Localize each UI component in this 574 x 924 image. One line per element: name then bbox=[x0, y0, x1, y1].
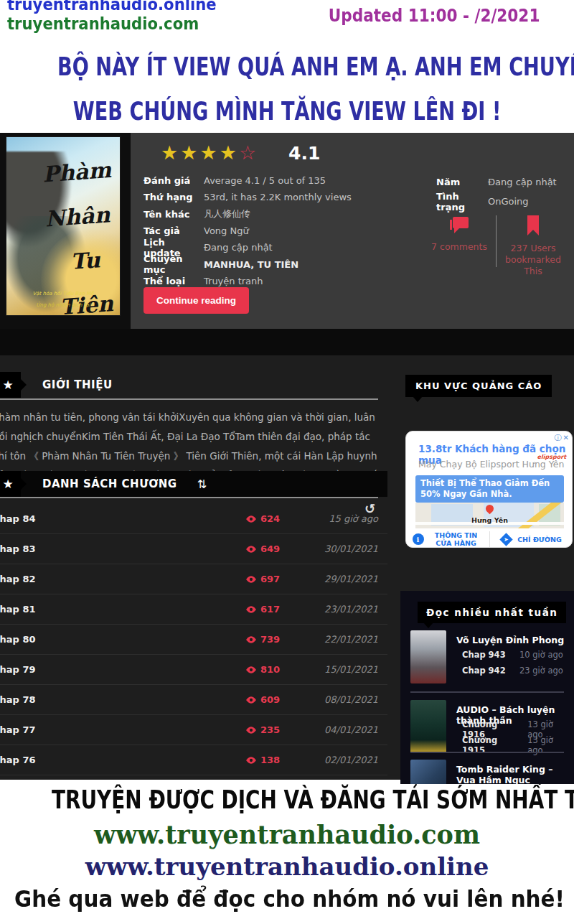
chapter-row[interactable]: Chap 77 235 04/01/2021 bbox=[0, 715, 387, 745]
site-logo-com[interactable]: truyentranhaudio.com bbox=[7, 14, 217, 34]
comic-cover[interactable]: Phàm Nhân Tu Tiên Vật hóa hồi Tiểu Bao M… bbox=[6, 136, 121, 316]
ad-brand-logo: elipsport bbox=[537, 454, 566, 460]
store-info-button[interactable]: i THÔNG TIN CỬA HÀNG bbox=[406, 531, 489, 547]
chapter-row[interactable]: Chap 79 810 15/01/2021 bbox=[0, 655, 387, 685]
chapter-name[interactable]: Chap 81 bbox=[0, 604, 36, 615]
detail-label: Chuyên mục bbox=[144, 253, 204, 275]
chapter-date: 02/01/2021 bbox=[303, 755, 387, 765]
star-icon-full: ★ bbox=[161, 141, 180, 164]
weekly-title: Đọc nhiều nhất tuần bbox=[418, 602, 566, 623]
weekly-chapter-link[interactable]: Chap 942 bbox=[462, 666, 514, 676]
directions-button[interactable]: ➤ CHỈ ĐƯỜNG bbox=[490, 535, 573, 544]
weekly-panel: Đọc nhiều nhất tuần Võ Luyện Đỉnh Phong … bbox=[400, 591, 574, 784]
chapter-date: 08/01/2021 bbox=[303, 694, 387, 705]
chapter-name[interactable]: Chap 82 bbox=[0, 574, 36, 584]
comic-right-details: NămĐang cập nhật Tình trạngOnGoing bbox=[436, 172, 557, 211]
star-icon: ★ bbox=[0, 372, 21, 398]
eye-icon bbox=[245, 634, 257, 645]
weekly-item-thumbnail[interactable] bbox=[410, 700, 446, 753]
bookmark-icon bbox=[526, 215, 540, 237]
weekly-item-thumbnail[interactable] bbox=[410, 760, 446, 784]
cover-note-2: Ủng hộ nhóm dịch tại bbox=[6, 302, 120, 308]
chapter-name[interactable]: Chap 78 bbox=[0, 694, 36, 705]
ad-close-icon[interactable]: ✕ bbox=[563, 434, 569, 442]
continue-reading-button[interactable]: Continue reading bbox=[144, 287, 249, 314]
chapter-row[interactable]: Chap 81 617 23/01/2021 bbox=[0, 594, 387, 625]
chapter-name[interactable]: Chap 77 bbox=[0, 724, 36, 735]
page: truyentranhaudio.online truyentranhaudio… bbox=[0, 0, 574, 924]
weekly-item: Võ Luyện Đỉnh Phong Chap 943 10 giờ ago … bbox=[400, 630, 574, 691]
chapter-row[interactable]: Chap 76 138 02/01/2021 bbox=[0, 745, 387, 775]
detail-row: NămĐang cập nhật bbox=[436, 172, 557, 192]
intro-section-header: ★ GIỚI THIỆU bbox=[0, 372, 113, 398]
detail-label: Tên khác bbox=[144, 209, 204, 220]
cover-note-1: Vật hóa hồi Tiểu Bao Mễ bbox=[6, 291, 120, 297]
detail-value-categories[interactable]: MANHUA, TU TIÊN bbox=[204, 259, 298, 270]
chapter-name[interactable]: Chap 76 bbox=[0, 755, 36, 765]
chapter-row[interactable]: Chap 83 649 30/01/2021 bbox=[0, 534, 387, 564]
ad-box: ⓘ✕ 13.8tr Khách hàng đã chọn mua Máy Chạ… bbox=[405, 431, 573, 548]
detail-value: 凡人修仙传 bbox=[204, 207, 250, 220]
comment-icon bbox=[448, 215, 470, 235]
chapter-row[interactable]: Chap 82 697 29/01/2021 bbox=[0, 564, 387, 594]
separator-bar bbox=[0, 329, 574, 355]
announcement-line1: BỘ NÀY ÍT VIEW QUÁ ANH EM Ạ. ANH EM CHUY… bbox=[57, 51, 517, 81]
footer: TRUYỆN ĐƯỢC DỊCH VÀ ĐĂNG TẢI SỚM NHẤT TR… bbox=[0, 780, 574, 924]
chapter-name[interactable]: Chap 79 bbox=[0, 664, 36, 675]
chapter-list: Chap 84 624 15 giờ ago Chap 83 649 30/01… bbox=[0, 504, 387, 775]
ad-banner-button[interactable]: Thiết Bị Thể Thao Giảm Đến 50% Ngay Gần … bbox=[415, 475, 564, 503]
ad-buttons: i THÔNG TIN CỬA HÀNG ➤ CHỈ ĐƯỜNG bbox=[406, 530, 573, 548]
chapter-date: 04/01/2021 bbox=[303, 724, 387, 735]
detail-value: OnGoing bbox=[488, 196, 529, 207]
detail-value: Vong Ngữ bbox=[204, 225, 249, 236]
chapter-row[interactable]: Chap 78 609 08/01/2021 bbox=[0, 685, 387, 715]
cover-column: Phàm Nhân Tu Tiên Vật hóa hồi Tiểu Bao M… bbox=[0, 133, 131, 329]
comments-count: 7 comments bbox=[427, 241, 491, 253]
eye-icon bbox=[245, 724, 257, 736]
intro-section-title: GIỚI THIỆU bbox=[42, 378, 113, 391]
star-icon-empty: ☆ bbox=[239, 141, 258, 164]
ad-subline: Máy Chạy Bộ Elipsport Hưng Yên bbox=[418, 459, 564, 470]
detail-label: Năm bbox=[436, 177, 488, 187]
bookmarks-count: 237 Users bookmarked This bbox=[501, 243, 565, 277]
weekly-chapter-link[interactable]: Chap 943 bbox=[462, 650, 514, 660]
detail-row: Tên khác凡人修仙传 bbox=[144, 206, 352, 223]
ad-zone-title: KHU VỰC QUẢNG CÁO bbox=[405, 375, 552, 397]
site-logo-online[interactable]: truyentranhaudio.online bbox=[7, 0, 217, 14]
star-icon-full: ★ bbox=[180, 141, 199, 164]
detail-value: Truyện tranh bbox=[204, 276, 263, 286]
sort-icon[interactable]: ⇅ bbox=[197, 477, 207, 491]
chapter-date: 22/01/2021 bbox=[303, 634, 387, 645]
chapter-name[interactable]: Chap 83 bbox=[0, 543, 36, 554]
chapter-date: 23/01/2021 bbox=[303, 604, 387, 615]
ad-info-icon[interactable]: ⓘ bbox=[555, 434, 562, 442]
divider bbox=[410, 752, 564, 753]
chapter-name[interactable]: Chap 84 bbox=[0, 513, 36, 524]
info-circle-icon: i bbox=[413, 533, 424, 545]
rating-value: 4.1 bbox=[288, 143, 320, 164]
rating-stars[interactable]: ★★★★☆ bbox=[161, 141, 258, 164]
ad-map[interactable]: Hưng Yên bbox=[415, 503, 564, 528]
weekly-item-thumbnail[interactable] bbox=[410, 630, 446, 683]
eye-icon bbox=[245, 694, 257, 706]
detail-value: 53rd, it has 2.2K monthly views bbox=[204, 192, 352, 202]
chapter-row[interactable]: Chap 84 624 15 giờ ago bbox=[0, 504, 387, 534]
detail-row: Đánh giáAverage 4.1 / 5 out of 135 bbox=[144, 172, 352, 189]
detail-label: Thứ hạng bbox=[144, 192, 204, 202]
chapter-row[interactable]: Chap 80 739 22/01/2021 bbox=[0, 625, 387, 655]
eye-icon bbox=[245, 513, 257, 525]
detail-row: Tình trạngOnGoing bbox=[436, 192, 557, 211]
ad-corner-icons: ⓘ✕ bbox=[553, 433, 569, 443]
chapter-name[interactable]: Chap 80 bbox=[0, 634, 36, 645]
comments-block[interactable]: 7 comments bbox=[427, 215, 491, 277]
weekly-chapter-time: 10 giờ ago bbox=[519, 650, 563, 660]
detail-row: Thứ hạng53rd, it has 2.2K monthly views bbox=[144, 189, 352, 205]
chapter-views: 609 bbox=[245, 694, 303, 706]
weekly-item-title[interactable]: Võ Luyện Đỉnh Phong bbox=[456, 635, 571, 645]
weekly-item-title[interactable]: Tomb Raider King – Vua Hầm Ngục bbox=[456, 764, 573, 784]
eye-icon bbox=[245, 664, 257, 676]
section-underline bbox=[0, 497, 378, 498]
detail-label: Tác giả bbox=[144, 225, 204, 236]
chapter-views: 739 bbox=[245, 634, 303, 645]
chapter-views: 810 bbox=[245, 664, 303, 676]
